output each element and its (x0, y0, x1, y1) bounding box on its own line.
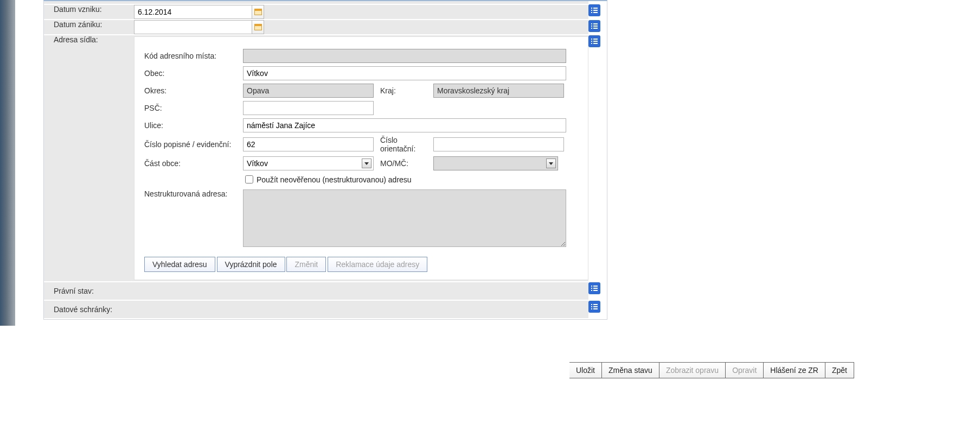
svg-rect-21 (593, 288, 598, 289)
cp-input[interactable] (243, 137, 374, 151)
zmena-stavu-button[interactable]: Změna stavu (601, 363, 659, 378)
unstruct-textarea (243, 189, 566, 247)
label-kraj: Kraj: (374, 86, 433, 95)
opravit-button: Opravit (725, 363, 764, 378)
adresa-panel: Kód adresního místa: Obec: Okres: Kraj: (134, 36, 588, 280)
svg-rect-9 (593, 26, 598, 27)
label-datove-schranky: Datové schránky: (54, 300, 134, 319)
svg-rect-17 (593, 43, 598, 44)
svg-rect-26 (591, 306, 592, 307)
svg-rect-12 (591, 39, 592, 40)
svg-rect-2 (591, 10, 592, 11)
svg-rect-10 (591, 28, 592, 29)
label-kod: Kód adresního místa: (144, 52, 243, 60)
form-content: Datum vzniku: Datum zániku: (43, 0, 607, 320)
datepicker-button-zaniku[interactable] (252, 20, 264, 34)
svg-rect-0 (591, 8, 592, 9)
kraj-input (433, 84, 564, 98)
psc-input[interactable] (243, 101, 374, 115)
label-obec: Obec: (144, 69, 243, 78)
vyhledat-adresu-button[interactable]: Vyhledat adresu (144, 257, 215, 272)
label-ulice: Ulice: (144, 121, 243, 130)
svg-rect-20 (591, 288, 592, 289)
calendar-icon (254, 9, 262, 15)
svg-rect-25 (593, 304, 598, 305)
svg-rect-3 (593, 10, 598, 11)
svg-rect-6 (591, 23, 592, 24)
svg-rect-1 (593, 8, 598, 9)
svg-rect-27 (593, 306, 598, 307)
label-psc: PSČ: (144, 104, 243, 112)
list-icon-zaniku[interactable] (588, 20, 600, 32)
footer-toolbar: Uložit Změna stavu Zobrazit opravu Oprav… (569, 362, 854, 378)
label-unstruct: Nestrukturovaná adresa: (144, 189, 243, 198)
svg-rect-28 (591, 308, 592, 309)
svg-rect-7 (593, 23, 598, 24)
label-okres: Okres: (144, 86, 243, 95)
list-icon-pravni-stav[interactable] (588, 282, 600, 294)
zmenit-button: Změnit (286, 257, 326, 272)
pravni-stav-value (134, 282, 588, 300)
label-datum-vzniku: Datum vzniku: (54, 4, 134, 20)
datove-schranky-value (134, 300, 588, 319)
ulice-input[interactable] (243, 118, 566, 132)
label-cp: Číslo popisné / evidenční: (144, 140, 243, 149)
left-strip (0, 0, 15, 326)
list-icon-datove-schranky[interactable] (588, 301, 600, 313)
obec-input[interactable] (243, 66, 566, 80)
datum-zaniku-input[interactable] (134, 20, 252, 34)
label-datum-zaniku: Datum zániku: (54, 20, 134, 35)
svg-rect-4 (591, 12, 592, 13)
svg-rect-18 (591, 286, 592, 287)
zobrazit-opravu-button: Zobrazit opravu (659, 363, 726, 378)
svg-rect-19 (593, 286, 598, 287)
svg-rect-14 (591, 41, 592, 42)
label-adresa-sidla: Adresa sídla: (54, 35, 134, 282)
svg-rect-15 (593, 41, 598, 42)
label-co: Číslo orientační: (374, 136, 433, 153)
label-pravni-stav: Právní stav: (54, 282, 134, 300)
vyprazdnit-pole-button[interactable]: Vyprázdnit pole (217, 257, 285, 272)
momc-select[interactable] (433, 156, 558, 170)
svg-rect-5 (593, 12, 598, 13)
co-input[interactable] (433, 137, 564, 151)
cast-select[interactable] (243, 156, 374, 170)
svg-rect-23 (593, 290, 598, 291)
label-cast: Část obce: (144, 159, 243, 168)
ulozit-button[interactable]: Uložit (569, 363, 602, 378)
datum-vzniku-input[interactable] (134, 5, 252, 19)
calendar-icon (254, 24, 262, 30)
svg-rect-22 (591, 290, 592, 291)
svg-rect-29 (593, 308, 598, 309)
neoverena-checkbox[interactable] (245, 175, 253, 183)
address-button-row: Vyhledat adresu Vyprázdnit pole Změnit R… (144, 257, 578, 272)
label-neoverena: Použít neověřenou (nestrukturovanou) adr… (257, 175, 412, 184)
svg-rect-16 (591, 43, 592, 44)
svg-rect-11 (593, 28, 598, 29)
zpet-button[interactable]: Zpět (825, 363, 854, 378)
svg-rect-13 (593, 39, 598, 40)
list-icon-vzniku[interactable] (588, 4, 600, 16)
label-momc: MO/MČ: (374, 159, 433, 168)
svg-rect-8 (591, 26, 592, 27)
svg-rect-24 (591, 304, 592, 305)
list-icon-adresa[interactable] (588, 35, 600, 47)
okres-input (243, 84, 374, 98)
kod-input (243, 49, 566, 63)
reklamace-button: Reklamace údaje adresy (328, 257, 427, 272)
hlaseni-button[interactable]: Hlášení ze ZR (763, 363, 825, 378)
datepicker-button-vzniku[interactable] (252, 5, 264, 19)
